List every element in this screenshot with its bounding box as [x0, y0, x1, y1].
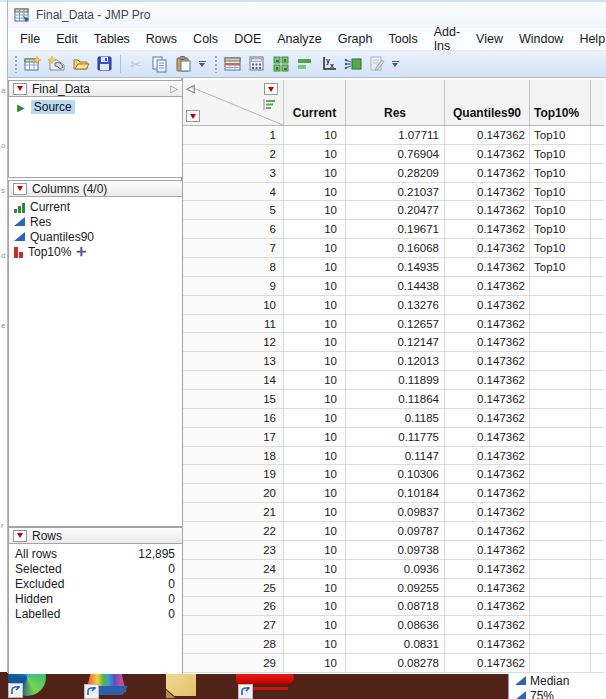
cell-quantiles90[interactable]: 0.147362	[445, 654, 530, 673]
cell-res[interactable]: 0.08636	[346, 616, 445, 635]
cell-top10[interactable]	[530, 409, 591, 428]
cell-row-number[interactable]: 4	[183, 183, 284, 202]
cell-top10[interactable]: Top10	[530, 239, 591, 258]
cell-top10[interactable]	[530, 315, 591, 334]
cell-current[interactable]: 10	[284, 597, 346, 616]
menu-add-ins[interactable]: Add-Ins	[426, 23, 468, 55]
cell-res[interactable]: 0.09738	[346, 541, 445, 560]
cell-quantiles90[interactable]: 0.147362	[445, 258, 530, 277]
source-script-item[interactable]: ▶ Source	[9, 97, 182, 114]
cell-res[interactable]: 0.0831	[346, 635, 445, 654]
cell-quantiles90[interactable]: 0.147362	[445, 428, 530, 447]
cell-current[interactable]: 10	[284, 541, 346, 560]
cell-res[interactable]: 0.09837	[346, 503, 445, 522]
cell-res[interactable]: 0.11775	[346, 428, 445, 447]
cell-res[interactable]: 0.16068	[346, 239, 445, 258]
cell-row-number[interactable]: 11	[183, 315, 284, 334]
cell-quantiles90[interactable]: 0.147362	[445, 352, 530, 371]
cell-current[interactable]: 10	[284, 315, 346, 334]
cell-quantiles90[interactable]: 0.147362	[445, 484, 530, 503]
cell-top10[interactable]	[530, 390, 591, 409]
cell-quantiles90[interactable]: 0.147362	[445, 635, 530, 654]
cell-row-number[interactable]: 20	[183, 484, 284, 503]
cell-top10[interactable]	[530, 522, 591, 541]
column-header-top10[interactable]: Top10%	[530, 80, 591, 126]
cell-current[interactable]: 10	[284, 428, 346, 447]
menu-view[interactable]: View	[468, 30, 511, 48]
rows-stat-row[interactable]: Hidden0	[9, 591, 182, 606]
cell-top10[interactable]	[530, 352, 591, 371]
cell-res[interactable]: 0.14935	[346, 258, 445, 277]
cell-top10[interactable]	[530, 579, 591, 598]
cell-res[interactable]: 0.76904	[346, 145, 445, 164]
cell-quantiles90[interactable]: 0.147362	[445, 560, 530, 579]
column-list-item[interactable]: Current	[9, 199, 182, 214]
cell-res[interactable]: 0.13276	[346, 296, 445, 315]
cell-res[interactable]: 0.1185	[346, 409, 445, 428]
cell-quantiles90[interactable]: 0.147362	[445, 183, 530, 202]
toolbar-grip[interactable]	[214, 55, 219, 73]
open-file-icon[interactable]	[69, 53, 93, 75]
cell-res[interactable]: 0.12147	[346, 333, 445, 352]
summary-statistics-icon[interactable]	[245, 53, 269, 75]
paste-icon[interactable]	[172, 53, 196, 75]
cell-row-number[interactable]: 12	[183, 333, 284, 352]
cell-res[interactable]: 0.14438	[346, 277, 445, 296]
column-list-item[interactable]: Quantiles90	[9, 229, 182, 244]
cell-quantiles90[interactable]: 0.147362	[445, 201, 530, 220]
cell-quantiles90[interactable]: 0.147362	[445, 371, 530, 390]
collapse-panel-icon[interactable]: ▷	[170, 84, 178, 94]
toolbar-overflow-icon[interactable]	[389, 53, 401, 75]
cell-top10[interactable]: Top10	[530, 258, 591, 277]
cell-row-number[interactable]: 2	[183, 145, 284, 164]
cell-current[interactable]: 10	[284, 277, 346, 296]
cell-row-number[interactable]: 17	[183, 428, 284, 447]
menu-edit[interactable]: Edit	[48, 30, 86, 48]
cell-row-number[interactable]: 15	[183, 390, 284, 409]
menu-graph[interactable]: Graph	[330, 30, 381, 48]
rows-stat-row[interactable]: All rows12,895	[9, 546, 182, 561]
cell-current[interactable]: 10	[284, 616, 346, 635]
cell-res[interactable]: 0.12657	[346, 315, 445, 334]
cell-top10[interactable]	[530, 371, 591, 390]
distribution-bars-icon[interactable]	[293, 53, 317, 75]
menu-analyze[interactable]: Analyze	[269, 30, 329, 48]
menu-tools[interactable]: Tools	[380, 30, 425, 48]
menu-doe[interactable]: DOE	[226, 30, 269, 48]
cell-quantiles90[interactable]: 0.147362	[445, 239, 530, 258]
title-bar[interactable]: Final_Data - JMP Pro	[8, 2, 606, 28]
toolbar-grip[interactable]	[14, 55, 19, 73]
cell-res[interactable]: 0.11899	[346, 371, 445, 390]
run-script-icon[interactable]: ▶	[17, 102, 25, 113]
cell-res[interactable]: 0.21037	[346, 183, 445, 202]
cell-top10[interactable]: Top10	[530, 183, 591, 202]
tile-windows-icon[interactable]	[269, 53, 293, 75]
columns-menu-icon[interactable]	[13, 183, 27, 195]
cell-top10[interactable]: Top10	[530, 220, 591, 239]
hide-panels-icon[interactable]: ◁	[186, 82, 194, 95]
toolbar-overflow-icon[interactable]	[196, 53, 208, 75]
cell-row-number[interactable]: 22	[183, 522, 284, 541]
cell-current[interactable]: 10	[284, 126, 346, 145]
cell-row-number[interactable]: 7	[183, 239, 284, 258]
list-item[interactable]: Median	[509, 673, 606, 688]
cell-top10[interactable]: Top10	[530, 201, 591, 220]
cell-top10[interactable]: Top10	[530, 145, 591, 164]
cell-current[interactable]: 10	[284, 220, 346, 239]
grid-corner-cell[interactable]: ◁	[183, 80, 284, 126]
rows-header-menu-icon[interactable]	[186, 110, 200, 122]
new-data-table-icon[interactable]	[21, 53, 45, 75]
cell-quantiles90[interactable]: 0.147362	[445, 409, 530, 428]
cell-res[interactable]: 0.09255	[346, 579, 445, 598]
open-with-preview-icon[interactable]	[45, 53, 69, 75]
cell-current[interactable]: 10	[284, 352, 346, 371]
column-header-quantiles90[interactable]: Quantiles90	[445, 80, 530, 126]
columns-header-menu-icon[interactable]	[264, 83, 278, 95]
cell-quantiles90[interactable]: 0.147362	[445, 597, 530, 616]
cell-top10[interactable]	[530, 465, 591, 484]
save-icon[interactable]	[93, 53, 117, 75]
cell-res[interactable]: 0.10184	[346, 484, 445, 503]
cell-current[interactable]: 10	[284, 333, 346, 352]
cell-current[interactable]: 10	[284, 635, 346, 654]
cell-res[interactable]: 0.0936	[346, 560, 445, 579]
